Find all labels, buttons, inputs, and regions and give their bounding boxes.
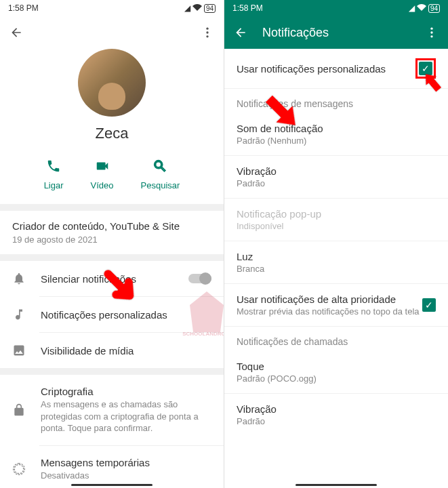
notifications-screen: 1:58 PM ◢ 94 Notificações Usar notificaç… [224,0,448,488]
high-sub: Mostrar prévia das notificações no topo … [237,306,422,317]
sound-title: Som de notificação [237,123,436,134]
header-title: Notificações [262,26,424,40]
temp-row[interactable]: Mensagens temporárias Desativadas [0,446,224,488]
call-button[interactable]: Ligar [44,159,64,190]
home-indicator[interactable] [71,484,152,486]
about-text: Criador de conteúdo, YouTube & Site [12,220,211,232]
status-bar: 1:58 PM ◢ 94 [0,0,224,16]
video-icon [95,159,110,176]
vib2-title: Vibração [237,403,436,415]
status-bar: 1:58 PM ◢ 94 [224,0,448,16]
light-title: Luz [237,251,436,262]
call-vibration-row[interactable]: Vibração Padrão [224,394,448,436]
more-button[interactable] [424,24,440,41]
home-indicator[interactable] [296,484,377,486]
profile-section: Zeca Ligar Vídeo Pesquisar [0,49,224,204]
status-time: 1:58 PM [232,3,263,13]
battery-icon: 94 [204,4,216,13]
temp-title: Mensagens temporárias [41,457,211,468]
crypto-row[interactable]: Criptografia As mensagens e as chamadas … [0,375,224,445]
phone-icon [46,159,61,176]
timer-icon [12,462,27,476]
use-custom-row[interactable]: Usar notificações personalizadas ✓ [224,49,448,89]
svg-point-4 [430,28,432,30]
high-title: Usar notificações de alta prioridade [237,293,422,305]
popup-title: Notificação pop-up [237,208,436,220]
vibration-title: Vibração [237,165,436,177]
search-label: Pesquisar [141,180,180,190]
wifi-icon [417,3,426,13]
popup-sub: Indisponível [237,221,436,231]
temp-sub: Desativadas [41,470,211,482]
msg-category: Notificações de mensagens [224,89,448,113]
use-custom-checkbox[interactable]: ✓ [419,62,432,75]
vibration-row[interactable]: Vibração Padrão [224,156,448,199]
ring-title: Toque [237,361,436,372]
mute-toggle[interactable] [188,274,211,283]
signal-icon: ◢ [184,3,190,13]
profile-name: Zeca [0,125,224,142]
video-button[interactable]: Vídeo [91,159,114,190]
header: Notificações [224,16,448,49]
media-label: Visibilidade de mídia [41,345,211,357]
battery-icon: 94 [428,4,440,13]
svg-point-5 [430,31,432,33]
back-button[interactable] [8,24,24,41]
wifi-icon [192,3,202,13]
bell-icon [12,272,27,285]
svg-point-2 [206,35,208,37]
video-label: Vídeo [91,180,114,190]
mute-label: Silenciar notificações [41,273,175,285]
popup-row: Notificação pop-up Indisponível [224,199,448,241]
light-sub: Branca [237,264,436,274]
vibration-sub: Padrão [237,178,436,188]
header [0,16,224,49]
status-time: 1:58 PM [8,3,39,13]
call-label: Ligar [44,180,64,190]
vib2-sub: Padrão [237,416,436,426]
call-category: Notificações de chamadas [224,327,448,351]
sound-row[interactable]: Som de notificação Padrão (Nenhum) [224,113,448,156]
avatar[interactable] [78,49,146,117]
high-checkbox[interactable]: ✓ [422,298,436,312]
svg-point-1 [206,31,208,33]
profile-screen: 1:58 PM ◢ 94 Zeca Ligar Vídeo [0,0,224,488]
custom-notif-label: Notificações personalizadas [41,309,211,321]
custom-notif-row[interactable]: Notificações personalizadas [0,297,224,332]
svg-point-0 [206,28,208,30]
ringtone-row[interactable]: Toque Padrão (POCO.ogg) [224,351,448,394]
image-icon [12,344,27,357]
media-row[interactable]: Visibilidade de mídia [0,333,224,368]
light-row[interactable]: Luz Branca [224,241,448,284]
mute-row[interactable]: Silenciar notificações [0,261,224,296]
highlight-box: ✓ [415,58,436,79]
svg-point-6 [430,35,432,37]
crypto-sub: As mensagens e as chamadas são protegida… [41,399,211,434]
sound-sub: Padrão (Nenhum) [237,136,436,146]
ring-sub: Padrão (POCO.ogg) [237,373,436,384]
music-note-icon [12,308,27,321]
crypto-title: Criptografia [41,386,211,397]
search-button[interactable]: Pesquisar [141,159,180,190]
about-block[interactable]: Criador de conteúdo, YouTube & Site 19 d… [0,211,224,254]
more-button[interactable] [199,24,216,41]
about-date: 19 de agosto de 2021 [12,235,211,245]
use-custom-label: Usar notificações personalizadas [237,63,415,75]
search-icon [152,159,167,176]
lock-icon [12,403,27,417]
signal-icon: ◢ [409,3,415,13]
back-button[interactable] [232,24,249,41]
high-priority-row[interactable]: Usar notificações de alta prioridade Mos… [224,284,448,327]
